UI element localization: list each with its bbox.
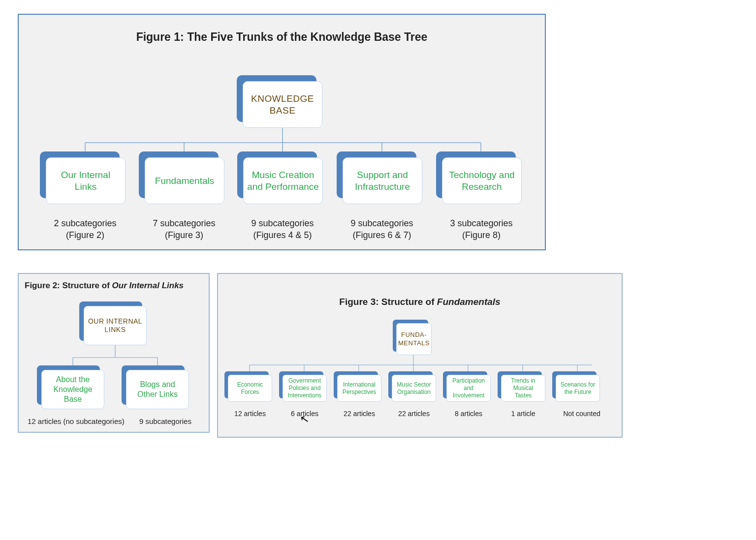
node-scenarios-future: Scenarios for the Future <box>556 375 600 402</box>
node-label: Scenarios for the Future <box>556 375 600 402</box>
trunk-caption: 9 subcategories (Figures 4 & 5) <box>231 217 334 241</box>
child-caption: 6 articles <box>278 409 332 419</box>
trunk-technology-research: Technology and Research <box>442 157 522 204</box>
child-caption: 12 articles <box>223 409 277 419</box>
node-label: Economic Forces <box>228 375 272 402</box>
node-fundamentals: FUNDA- MENTALS <box>396 323 432 355</box>
figure-1-connectors <box>19 15 547 251</box>
node-label: About the Knowledge Base <box>41 370 104 409</box>
figure-2-title: Figure 2: Structure of Our Internal Link… <box>19 274 209 291</box>
node-label: Our Internal Links <box>46 157 126 204</box>
node-label: Support and Infrastructure <box>343 157 422 204</box>
node-economic-forces: Economic Forces <box>228 375 272 402</box>
node-knowledge-base: KNOWLEDGE BASE <box>243 81 322 128</box>
figure-2-connectors <box>19 274 211 434</box>
node-label: International Perspectives <box>337 375 381 402</box>
node-label: Music Sector Organisation <box>392 375 436 402</box>
child-caption: 12 articles (no subcategories) <box>28 417 133 426</box>
node-label: Fundamentals <box>145 157 224 204</box>
child-caption: 9 subcategories <box>139 417 208 426</box>
figure-3-panel: Figure 3: Structure of Fundamentals FUND… <box>217 273 623 438</box>
figure-2-panel: Figure 2: Structure of Our Internal Link… <box>18 273 210 433</box>
trunk-fundamentals: Fundamentals <box>145 157 224 204</box>
node-label: Technology and Research <box>442 157 522 204</box>
figure-3-title: Figure 3: Structure of Fundamentals <box>218 274 622 307</box>
figure-1-panel: Figure 1: The Five Trunks of the Knowled… <box>18 14 546 250</box>
node-label: Government Policies and Interventions <box>283 375 327 402</box>
node-about-knowledge-base: About the Knowledge Base <box>41 370 104 409</box>
node-trends-musical-tastes: Trends in Musical Tastes <box>501 375 545 402</box>
trunk-caption: 7 subcategories (Figure 3) <box>132 217 236 241</box>
node-government-policies: Government Policies and Interventions <box>283 375 327 402</box>
trunk-caption: 3 subcategories (Figure 8) <box>430 217 533 241</box>
node-international-perspectives: International Perspectives <box>337 375 381 402</box>
node-label: Blogs and Other Links <box>126 370 189 409</box>
node-music-sector-organisation: Music Sector Organisation <box>392 375 436 402</box>
node-label: OUR INTERNAL LINKS <box>84 306 147 345</box>
child-caption: 8 articles <box>441 409 496 419</box>
node-label: FUNDA- MENTALS <box>396 323 432 355</box>
node-label: Trends in Musical Tastes <box>501 375 545 402</box>
child-caption: 22 articles <box>387 409 441 419</box>
trunk-our-internal-links: Our Internal Links <box>46 157 126 204</box>
node-participation-involvement: Participation and Involvement <box>446 375 491 402</box>
node-blogs-other-links: Blogs and Other Links <box>126 370 189 409</box>
trunk-support-infrastructure: Support and Infrastructure <box>343 157 422 204</box>
child-caption: 1 article <box>496 409 550 419</box>
trunk-caption: 2 subcategories (Figure 2) <box>33 217 137 241</box>
node-label: Music Creation and Performance <box>243 157 323 204</box>
figure-1-title: Figure 1: The Five Trunks of the Knowled… <box>19 15 545 44</box>
trunk-caption: 9 subcategories (Figures 6 & 7) <box>330 217 434 241</box>
node-label: KNOWLEDGE BASE <box>243 81 322 128</box>
child-caption: 22 articles <box>332 409 386 419</box>
node-label: Participation and Involvement <box>446 375 491 402</box>
trunk-music-creation: Music Creation and Performance <box>243 157 323 204</box>
node-our-internal-links: OUR INTERNAL LINKS <box>84 306 147 345</box>
child-caption: Not counted <box>551 409 613 419</box>
